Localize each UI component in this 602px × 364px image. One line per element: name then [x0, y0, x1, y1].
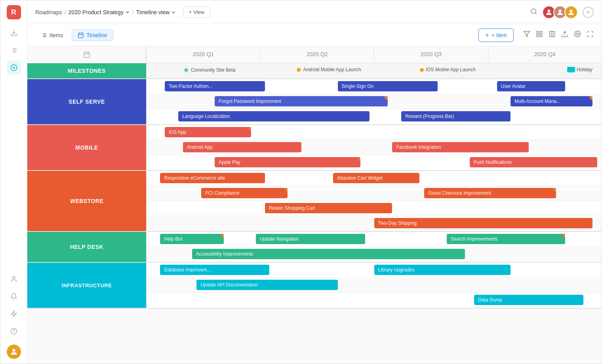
bar-data-dump[interactable]: Data Dump	[474, 295, 583, 305]
app-container: R Roadmaps /	[0, 0, 602, 364]
bar-search-improvements[interactable]: Search Improvements 1	[447, 234, 565, 244]
bar-responsive-ecommerce[interactable]: Responsive eCommerce site	[160, 173, 265, 183]
breadcrumb-root[interactable]: Roadmaps	[35, 9, 62, 15]
svg-rect-26	[78, 33, 83, 38]
svg-rect-34	[537, 35, 539, 37]
mobile-timeline: iOS App 3 Android App Facebook Integrati…	[146, 125, 602, 170]
timeline-area: 2020 Q1 2020 Q2 2020 Q3 2020 Q4 MILESTON…	[27, 46, 602, 364]
fullscreen-icon[interactable]	[587, 30, 594, 40]
sidebar-icon-lightning[interactable]	[7, 307, 21, 321]
help-desk-row-2: Accessibility Improvements	[147, 247, 602, 262]
svg-marker-30	[524, 31, 530, 37]
star-icon: ★	[183, 66, 189, 74]
bar-push-notifications[interactable]: Push Notifications	[470, 157, 597, 167]
bar-database-improvements[interactable]: Database Improvem...	[160, 265, 269, 275]
bar-multi-account[interactable]: Multi-Account Mana... 1	[511, 96, 592, 106]
quarter-header: 2020 Q1 2020 Q2 2020 Q3 2020 Q4	[27, 46, 602, 63]
group-icon[interactable]	[536, 30, 543, 40]
badge-apple-pay: 1	[357, 157, 360, 161]
filter-icon[interactable]	[523, 30, 530, 40]
sidebar-icon-person[interactable]	[7, 272, 21, 286]
bar-two-factor[interactable]: Two-Factor Authen...	[165, 81, 265, 91]
add-view-button[interactable]: + View	[183, 6, 210, 18]
bar-reward[interactable]: Reward (Progress Bar)	[401, 111, 511, 121]
mobile-label: MOBILE	[27, 125, 146, 170]
milestones-label: MILESTONES	[27, 63, 146, 78]
app-header: Roadmaps / 2020 Product Strategy / Timel…	[27, 0, 602, 24]
infrastructure-row-3: Data Dump	[147, 293, 602, 308]
self-serve-row-2: Forgot Password Improvment 1 Multi-Accou…	[147, 94, 602, 109]
bar-guest-checkout[interactable]: Guest Checkout Improvement 1	[424, 188, 556, 198]
columns-icon[interactable]	[549, 30, 556, 40]
self-serve-label: SELF SERVE	[27, 79, 146, 124]
self-serve-timeline: Two-Factor Authen... Single-Sign On User…	[146, 79, 602, 124]
breadcrumb-project[interactable]: 2020 Product Strategy	[69, 9, 130, 15]
sidebar-icon-download[interactable]	[7, 26, 21, 40]
sidebar-icon-active[interactable]	[7, 61, 21, 75]
toolbar: Items Timeline + + Item	[27, 24, 602, 46]
infrastructure-row-2: Update API Documentation	[147, 278, 602, 293]
infrastructure-timeline: Database Improvem... Library Upgrades Up…	[146, 263, 602, 308]
self-serve-row-1: Two-Factor Authen... Single-Sign On User…	[147, 79, 602, 94]
infrastructure-group: INFRASTRUCTURE Database Improvem... Libr…	[27, 263, 602, 309]
bar-language-localization[interactable]: Language Localization	[178, 111, 370, 121]
sidebar-icon-bell[interactable]	[7, 289, 21, 303]
quarter-q4: 2020 Q4	[488, 46, 602, 63]
bar-accessibility[interactable]: Accessibility Improvements	[192, 249, 465, 259]
diamond-icon-2: ◆	[419, 66, 424, 73]
search-icon[interactable]	[530, 8, 537, 17]
sidebar-icon-question[interactable]	[7, 324, 21, 338]
settings-icon[interactable]	[574, 30, 581, 40]
bar-reskin-shopping-cart[interactable]: Reskin Shopping Cart	[265, 203, 392, 213]
webstore-row-1: Responsive eCommerce site Abandon Cart W…	[147, 171, 602, 186]
bar-facebook-integration[interactable]: Facebook Integration	[392, 142, 529, 152]
webstore-label: WEBSTORE	[27, 171, 146, 231]
bar-user-avatar[interactable]: User Avatar	[497, 81, 565, 91]
user-avatar[interactable]	[7, 345, 21, 359]
bar-forgot-password[interactable]: Forgot Password Improvment 1	[215, 96, 388, 106]
bar-single-sign-on[interactable]: Single-Sign On	[338, 81, 438, 91]
bar-update-api-docs[interactable]: Update API Documentation	[196, 280, 337, 290]
sidebar-icon-list[interactable]	[7, 43, 21, 57]
mobile-group: MOBILE iOS App 3 Android App Faceb	[27, 125, 602, 171]
tab-timeline[interactable]: Timeline	[72, 29, 113, 41]
mobile-row-2: Android App Facebook Integration	[147, 140, 602, 155]
svg-point-17	[548, 9, 551, 12]
bar-library-upgrades[interactable]: Library Upgrades	[374, 265, 511, 275]
bar-ios-app[interactable]: iOS App 3	[165, 127, 251, 137]
help-desk-group: HELP DESK Help Bot 1 Update Navigation S…	[27, 232, 602, 263]
header-corner	[27, 46, 146, 63]
svg-point-14	[12, 349, 15, 352]
timeline-inner: 2020 Q1 2020 Q2 2020 Q3 2020 Q4 MILESTON…	[27, 46, 602, 309]
badge-pci: 1	[284, 188, 288, 192]
breadcrumb-view[interactable]: Timeline view	[136, 9, 176, 15]
export-icon[interactable]	[561, 30, 568, 40]
svg-rect-33	[540, 35, 542, 37]
bar-abandon-cart[interactable]: Abandon Cart Widget	[333, 173, 419, 183]
avatar-3[interactable]	[564, 6, 578, 19]
svg-marker-11	[11, 311, 17, 317]
badge-forgot-password: 1	[385, 96, 388, 100]
milestone-holiday: Holiday	[567, 67, 592, 72]
diamond-icon-1: ◆	[295, 65, 303, 74]
badge-ios-app: 3	[248, 127, 251, 131]
self-serve-row-3: Language Localization Reward (Progress B…	[147, 109, 602, 124]
bar-two-day-shipping[interactable]: Two-Day Shipping	[374, 218, 593, 228]
bar-update-navigation[interactable]: Update Navigation	[256, 234, 365, 244]
bar-pci-compliance[interactable]: PCI Compliance 1	[201, 188, 288, 198]
svg-rect-32	[540, 31, 542, 33]
app-logo[interactable]: R	[7, 5, 21, 19]
bar-android-app[interactable]: Android App	[183, 142, 301, 152]
quarter-q1: 2020 Q1	[146, 46, 260, 63]
add-item-button[interactable]: + + Item	[478, 28, 514, 42]
badge-guest-checkout: 1	[553, 188, 556, 192]
self-serve-group: SELF SERVE Two-Factor Authen... Single-S…	[27, 79, 602, 125]
bar-apple-pay[interactable]: Apple Pay 1	[215, 157, 360, 167]
breadcrumb: Roadmaps / 2020 Product Strategy / Timel…	[35, 9, 176, 15]
bar-help-bot[interactable]: Help Bot 1	[160, 234, 224, 244]
add-member-button[interactable]: +	[583, 7, 594, 18]
infrastructure-label: INFRASTRUCTURE	[27, 263, 146, 308]
sidebar: R	[0, 0, 27, 364]
tab-items[interactable]: Items	[35, 30, 69, 41]
mobile-row-3: Apple Pay 1 Push Notifications	[147, 155, 602, 170]
